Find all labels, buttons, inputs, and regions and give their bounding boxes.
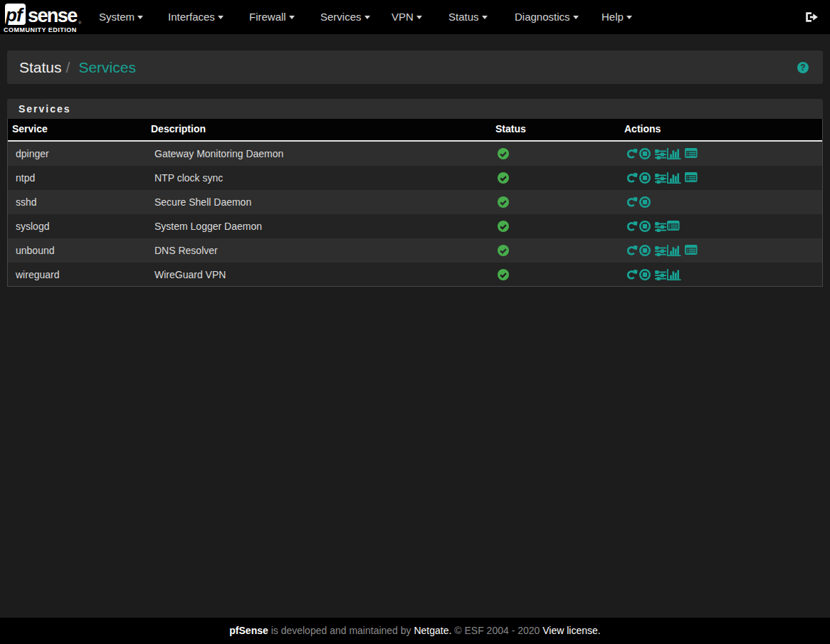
svg-text:?: ?	[800, 63, 805, 73]
